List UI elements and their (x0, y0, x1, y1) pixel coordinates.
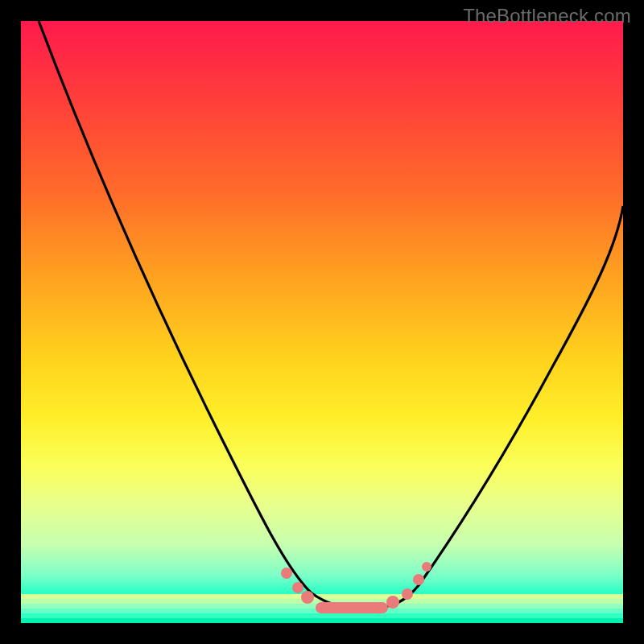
svg-point-0 (281, 568, 292, 579)
svg-point-5 (402, 588, 413, 600)
data-markers (281, 562, 431, 613)
svg-point-1 (292, 582, 303, 593)
svg-point-2 (301, 591, 314, 604)
attribution-watermark: TheBottleneck.com (463, 5, 631, 27)
svg-point-6 (413, 574, 424, 585)
chart-plot-area (21, 21, 623, 623)
svg-point-4 (386, 596, 399, 609)
svg-rect-3 (316, 602, 388, 613)
curve-path (39, 21, 623, 609)
bottleneck-curve (21, 21, 623, 623)
svg-point-7 (422, 562, 431, 572)
